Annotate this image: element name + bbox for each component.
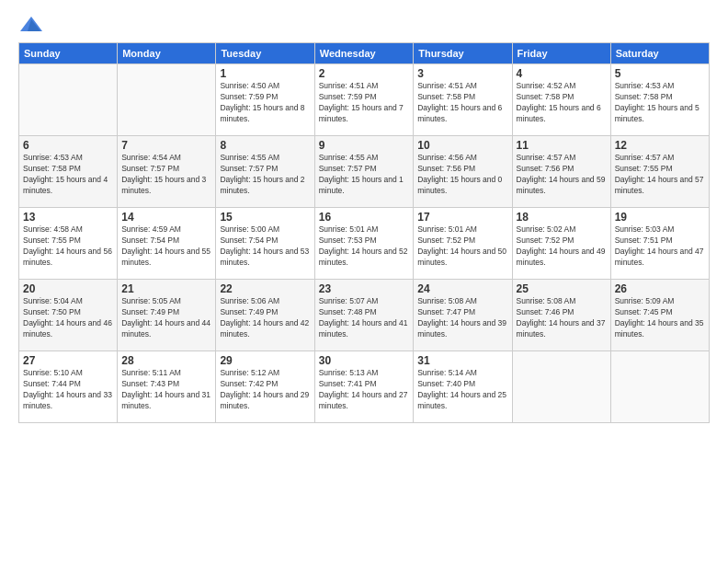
day-number: 2 <box>319 67 410 80</box>
calendar-cell: 11Sunrise: 4:57 AMSunset: 7:56 PMDayligh… <box>512 136 610 208</box>
calendar-cell: 21Sunrise: 5:05 AMSunset: 7:49 PMDayligh… <box>118 280 216 351</box>
day-number: 6 <box>23 139 113 152</box>
day-header-friday: Friday <box>512 43 610 64</box>
day-number: 30 <box>319 354 410 367</box>
calendar-week-5: 27Sunrise: 5:10 AMSunset: 7:44 PMDayligh… <box>19 351 710 423</box>
day-number: 5 <box>615 67 705 80</box>
day-detail: Sunrise: 5:02 AMSunset: 7:52 PMDaylight:… <box>517 224 607 269</box>
day-detail: Sunrise: 5:07 AMSunset: 7:48 PMDaylight:… <box>319 296 410 340</box>
day-number: 26 <box>615 282 705 295</box>
day-detail: Sunrise: 5:10 AMSunset: 7:44 PMDaylight:… <box>23 368 113 412</box>
day-detail: Sunrise: 5:05 AMSunset: 7:49 PMDaylight:… <box>121 296 211 340</box>
day-detail: Sunrise: 4:53 AMSunset: 7:58 PMDaylight:… <box>615 81 705 125</box>
day-header-tuesday: Tuesday <box>216 43 314 64</box>
calendar-cell: 1Sunrise: 4:50 AMSunset: 7:59 PMDaylight… <box>216 64 314 136</box>
day-detail: Sunrise: 5:00 AMSunset: 7:54 PMDaylight:… <box>220 224 310 269</box>
day-detail: Sunrise: 4:59 AMSunset: 7:54 PMDaylight:… <box>121 224 211 269</box>
day-number: 12 <box>615 139 705 152</box>
page: SundayMondayTuesdayWednesdayThursdayFrid… <box>0 0 728 563</box>
day-detail: Sunrise: 4:58 AMSunset: 7:55 PMDaylight:… <box>23 224 113 269</box>
day-number: 1 <box>220 67 310 80</box>
day-number: 24 <box>417 282 507 295</box>
calendar-week-2: 6Sunrise: 4:53 AMSunset: 7:58 PMDaylight… <box>19 136 710 208</box>
day-detail: Sunrise: 5:01 AMSunset: 7:53 PMDaylight:… <box>319 224 410 269</box>
day-number: 31 <box>417 354 507 367</box>
day-detail: Sunrise: 5:01 AMSunset: 7:52 PMDaylight:… <box>417 224 507 269</box>
calendar-cell: 6Sunrise: 4:53 AMSunset: 7:58 PMDaylight… <box>19 136 118 208</box>
calendar-cell: 4Sunrise: 4:52 AMSunset: 7:58 PMDaylight… <box>512 64 610 136</box>
calendar-cell: 26Sunrise: 5:09 AMSunset: 7:45 PMDayligh… <box>610 280 709 351</box>
day-detail: Sunrise: 5:14 AMSunset: 7:40 PMDaylight:… <box>417 368 507 412</box>
calendar-cell: 25Sunrise: 5:08 AMSunset: 7:46 PMDayligh… <box>512 280 610 351</box>
calendar-cell: 15Sunrise: 5:00 AMSunset: 7:54 PMDayligh… <box>216 208 314 280</box>
day-number: 25 <box>517 282 607 295</box>
calendar-cell: 27Sunrise: 5:10 AMSunset: 7:44 PMDayligh… <box>19 351 118 423</box>
day-detail: Sunrise: 4:51 AMSunset: 7:59 PMDaylight:… <box>319 81 410 125</box>
calendar-cell: 13Sunrise: 4:58 AMSunset: 7:55 PMDayligh… <box>19 208 118 280</box>
day-number: 27 <box>23 354 113 367</box>
day-detail: Sunrise: 4:54 AMSunset: 7:57 PMDaylight:… <box>121 153 211 197</box>
calendar-cell <box>610 351 709 423</box>
day-detail: Sunrise: 5:13 AMSunset: 7:41 PMDaylight:… <box>319 368 410 412</box>
day-header-monday: Monday <box>118 43 216 64</box>
day-detail: Sunrise: 5:08 AMSunset: 7:47 PMDaylight:… <box>417 296 507 340</box>
calendar-cell: 8Sunrise: 4:55 AMSunset: 7:57 PMDaylight… <box>216 136 314 208</box>
day-number: 11 <box>517 139 607 152</box>
calendar-cell: 12Sunrise: 4:57 AMSunset: 7:55 PMDayligh… <box>610 136 709 208</box>
day-detail: Sunrise: 4:56 AMSunset: 7:56 PMDaylight:… <box>417 153 507 197</box>
calendar-cell: 18Sunrise: 5:02 AMSunset: 7:52 PMDayligh… <box>512 208 610 280</box>
calendar-cell: 23Sunrise: 5:07 AMSunset: 7:48 PMDayligh… <box>314 280 414 351</box>
calendar-cell: 16Sunrise: 5:01 AMSunset: 7:53 PMDayligh… <box>314 208 414 280</box>
day-detail: Sunrise: 4:53 AMSunset: 7:58 PMDaylight:… <box>23 153 113 197</box>
calendar-cell <box>118 64 216 136</box>
calendar-cell <box>19 64 118 136</box>
day-number: 8 <box>220 139 310 152</box>
day-number: 10 <box>417 139 507 152</box>
day-number: 17 <box>417 211 507 224</box>
day-detail: Sunrise: 5:11 AMSunset: 7:43 PMDaylight:… <box>121 368 211 412</box>
day-detail: Sunrise: 4:52 AMSunset: 7:58 PMDaylight:… <box>517 81 607 125</box>
day-number: 4 <box>517 67 607 80</box>
day-detail: Sunrise: 5:08 AMSunset: 7:46 PMDaylight:… <box>517 296 607 340</box>
calendar-cell: 9Sunrise: 4:55 AMSunset: 7:57 PMDaylight… <box>314 136 414 208</box>
calendar-cell <box>512 351 610 423</box>
day-number: 14 <box>121 211 211 224</box>
day-number: 23 <box>319 282 410 295</box>
calendar-table: SundayMondayTuesdayWednesdayThursdayFrid… <box>18 42 710 423</box>
day-header-sunday: Sunday <box>19 43 118 64</box>
header <box>18 15 710 35</box>
day-detail: Sunrise: 4:50 AMSunset: 7:59 PMDaylight:… <box>220 81 310 125</box>
day-header-wednesday: Wednesday <box>314 43 414 64</box>
calendar-week-1: 1Sunrise: 4:50 AMSunset: 7:59 PMDaylight… <box>19 64 710 136</box>
calendar-cell: 14Sunrise: 4:59 AMSunset: 7:54 PMDayligh… <box>118 208 216 280</box>
calendar-cell: 22Sunrise: 5:06 AMSunset: 7:49 PMDayligh… <box>216 280 314 351</box>
day-number: 13 <box>23 211 113 224</box>
calendar-cell: 29Sunrise: 5:12 AMSunset: 7:42 PMDayligh… <box>216 351 314 423</box>
calendar-cell: 2Sunrise: 4:51 AMSunset: 7:59 PMDaylight… <box>314 64 414 136</box>
day-number: 7 <box>121 139 211 152</box>
logo-icon <box>18 15 44 35</box>
day-detail: Sunrise: 5:06 AMSunset: 7:49 PMDaylight:… <box>220 296 310 340</box>
day-detail: Sunrise: 5:09 AMSunset: 7:45 PMDaylight:… <box>615 296 705 340</box>
calendar-cell: 20Sunrise: 5:04 AMSunset: 7:50 PMDayligh… <box>19 280 118 351</box>
day-number: 20 <box>23 282 113 295</box>
calendar-cell: 28Sunrise: 5:11 AMSunset: 7:43 PMDayligh… <box>118 351 216 423</box>
day-detail: Sunrise: 4:55 AMSunset: 7:57 PMDaylight:… <box>319 153 410 197</box>
day-detail: Sunrise: 5:03 AMSunset: 7:51 PMDaylight:… <box>615 224 705 269</box>
calendar-cell: 19Sunrise: 5:03 AMSunset: 7:51 PMDayligh… <box>610 208 709 280</box>
calendar-cell: 30Sunrise: 5:13 AMSunset: 7:41 PMDayligh… <box>314 351 414 423</box>
day-detail: Sunrise: 5:12 AMSunset: 7:42 PMDaylight:… <box>220 368 310 412</box>
day-header-saturday: Saturday <box>610 43 709 64</box>
day-number: 29 <box>220 354 310 367</box>
day-number: 16 <box>319 211 410 224</box>
calendar-cell: 7Sunrise: 4:54 AMSunset: 7:57 PMDaylight… <box>118 136 216 208</box>
day-detail: Sunrise: 4:51 AMSunset: 7:58 PMDaylight:… <box>417 81 507 125</box>
day-detail: Sunrise: 5:04 AMSunset: 7:50 PMDaylight:… <box>23 296 113 340</box>
day-detail: Sunrise: 4:57 AMSunset: 7:56 PMDaylight:… <box>517 153 607 197</box>
day-header-thursday: Thursday <box>414 43 512 64</box>
day-detail: Sunrise: 4:57 AMSunset: 7:55 PMDaylight:… <box>615 153 705 197</box>
day-number: 19 <box>615 211 705 224</box>
calendar-cell: 5Sunrise: 4:53 AMSunset: 7:58 PMDaylight… <box>610 64 709 136</box>
day-number: 18 <box>517 211 607 224</box>
logo <box>18 15 48 35</box>
